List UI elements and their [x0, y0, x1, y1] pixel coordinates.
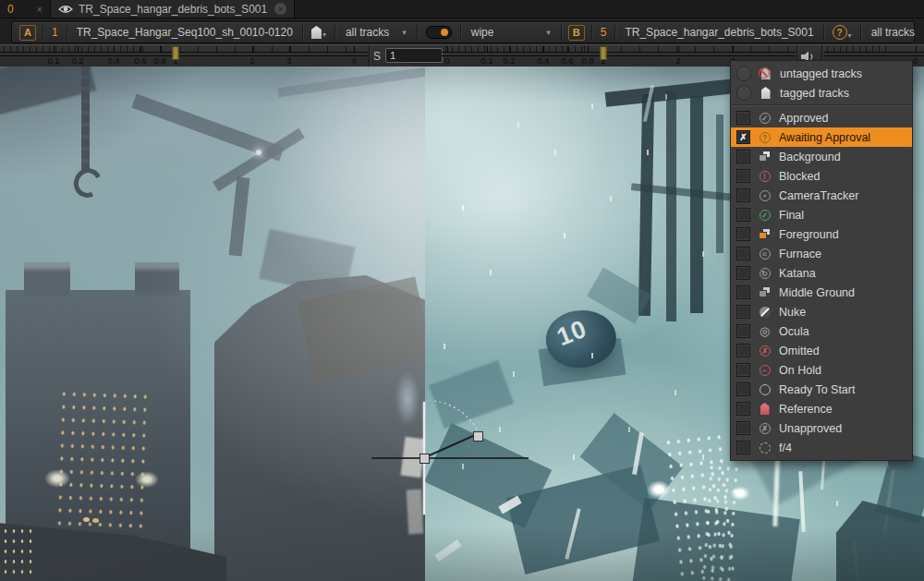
- hiero-viewer-window: 0 × TR_Space_hangar_debris_bots_S001 × A…: [0, 0, 924, 581]
- radio[interactable]: [736, 86, 751, 101]
- checkbox[interactable]: [736, 247, 750, 260]
- menu-item-ready-to-start[interactable]: Ready To Start: [731, 380, 912, 399]
- on-hold-icon: −: [758, 364, 772, 377]
- wipe-rotate-handle[interactable]: [473, 431, 483, 442]
- menu-item-ocula[interactable]: ◎Ocula: [731, 321, 912, 341]
- menu-item-furnace[interactable]: ≈Furnace: [731, 244, 912, 263]
- checkbox[interactable]: [736, 169, 750, 183]
- checkbox[interactable]: [736, 208, 750, 222]
- tick-label: 0: [444, 55, 449, 66]
- divider: [334, 25, 335, 40]
- menu-item-label: Nuke: [779, 306, 806, 319]
- tick: [567, 46, 568, 53]
- radio[interactable]: [736, 67, 751, 81]
- tick-label: 0.8: [581, 55, 593, 66]
- tick: [252, 46, 253, 53]
- tick: [447, 46, 448, 53]
- background-layers-icon: [758, 151, 772, 163]
- checkbox[interactable]: [736, 363, 750, 377]
- checkbox[interactable]: [736, 305, 750, 319]
- checkbox[interactable]: [736, 111, 750, 125]
- checkbox[interactable]: [736, 324, 750, 338]
- menu-item-final[interactable]: ✓Final: [731, 205, 912, 224]
- menu-item-foreground[interactable]: Foreground: [731, 224, 912, 244]
- tick-label: 0.6: [134, 55, 146, 66]
- tick: [733, 46, 734, 53]
- viewer-tab-bar: 0 × TR_Space_hangar_debris_bots_S001 ×: [0, 0, 924, 18]
- foreground-layers-icon: [758, 228, 772, 241]
- menu-item-awaiting-approval[interactable]: ✗?Awaiting Approval: [731, 127, 912, 147]
- wipe-center-handle[interactable]: [419, 454, 430, 464]
- tab-active[interactable]: TR_Space_hangar_debris_bots_S001 ×: [51, 0, 295, 18]
- gain-marker[interactable]: [173, 46, 179, 60]
- menu-item-unapproved[interactable]: ✗Unapproved: [731, 418, 912, 438]
- menu-item-cameratracker[interactable]: ▪CameraTracker: [731, 186, 912, 205]
- gamma-marker[interactable]: [601, 46, 607, 60]
- checkbox[interactable]: [736, 150, 750, 163]
- b-clip-name: TR_Space_hangar_debris_bots_S001: [618, 26, 820, 39]
- tick-label: 0.2: [503, 55, 515, 66]
- menu-item-f-4[interactable]: f/4: [731, 438, 912, 457]
- menu-item-reference[interactable]: Reference: [731, 399, 912, 418]
- checkbox[interactable]: [736, 285, 750, 299]
- menu-item-katana[interactable]: ↻Katana: [731, 263, 912, 283]
- tick: [54, 46, 55, 53]
- tick: [114, 46, 115, 53]
- menu-item-on-hold[interactable]: −On Hold: [731, 360, 912, 380]
- b-tracks-dropdown[interactable]: all tracks ▾: [864, 26, 924, 39]
- ab-blend-toggle[interactable]: [426, 26, 452, 39]
- checkbox[interactable]: [736, 266, 750, 280]
- b-tag-filter-button[interactable]: ? ▾: [827, 25, 857, 40]
- s-value-input[interactable]: [385, 48, 443, 63]
- unapproved-icon: ✗: [758, 422, 772, 435]
- a-tracks-dropdown[interactable]: all tracks ▾: [338, 26, 414, 39]
- awaiting-approval-icon: ?: [758, 131, 772, 144]
- tag-icon: [311, 26, 322, 39]
- menu-item-blocked[interactable]: !Blocked: [731, 166, 912, 186]
- tick: [678, 46, 679, 53]
- menu-item-label: Katana: [779, 267, 816, 280]
- menu-item-middle-ground[interactable]: Middle Ground: [731, 283, 912, 302]
- tab-partial[interactable]: 0 ×: [0, 0, 51, 18]
- menu-item-label: tagged tracks: [780, 87, 849, 100]
- checkbox[interactable]: [736, 227, 750, 241]
- menu-item-label: Awaiting Approval: [779, 131, 870, 144]
- checkbox[interactable]: [736, 421, 750, 435]
- menu-item-approved[interactable]: ✓Approved: [731, 108, 912, 127]
- omitted-icon: ✗: [758, 345, 772, 357]
- light-spot: [730, 486, 750, 501]
- chevron-down-icon: ▾: [402, 28, 407, 37]
- close-icon[interactable]: ×: [274, 3, 286, 15]
- reference-tag-icon: [758, 403, 772, 416]
- tick-label: 4: [351, 55, 356, 66]
- tick-label: 3: [286, 55, 291, 66]
- light-spot: [647, 480, 671, 499]
- menu-item-nuke[interactable]: Nuke: [731, 302, 912, 321]
- input-a-button[interactable]: A: [19, 25, 36, 41]
- approved-icon: ✓: [758, 112, 772, 125]
- tick: [487, 46, 488, 53]
- s-label: S: [373, 50, 381, 63]
- menu-item-omitted[interactable]: ✗Omitted: [731, 341, 912, 360]
- checkbox[interactable]: [736, 382, 750, 396]
- divider: [460, 25, 461, 40]
- menu-item-tagged-tracks[interactable]: tagged tracks: [731, 83, 912, 103]
- menu-item-untagged-tracks[interactable]: untagged tracks: [731, 64, 912, 83]
- chevron-down-icon: ▾: [322, 30, 326, 39]
- tick: [354, 46, 355, 53]
- blend-mode-dropdown[interactable]: wipe ▾: [464, 26, 558, 39]
- divider: [591, 25, 592, 40]
- tab-title: TR_Space_hangar_debris_bots_S001: [79, 3, 267, 16]
- nuke-icon: [758, 306, 772, 319]
- checkbox[interactable]: [736, 402, 750, 416]
- checkbox[interactable]: [736, 344, 750, 357]
- checkbox-checked[interactable]: ✗: [736, 130, 750, 144]
- close-icon[interactable]: ×: [37, 4, 43, 15]
- checkbox[interactable]: [736, 441, 750, 454]
- gain-slider[interactable]: 0.10.20.40.60.81234: [0, 45, 368, 67]
- checkbox[interactable]: [736, 188, 750, 202]
- menu-item-label: Approved: [779, 112, 829, 125]
- a-tag-filter-button[interactable]: ▾: [306, 26, 332, 39]
- input-b-button[interactable]: B: [568, 25, 585, 41]
- menu-item-background[interactable]: Background: [731, 147, 912, 166]
